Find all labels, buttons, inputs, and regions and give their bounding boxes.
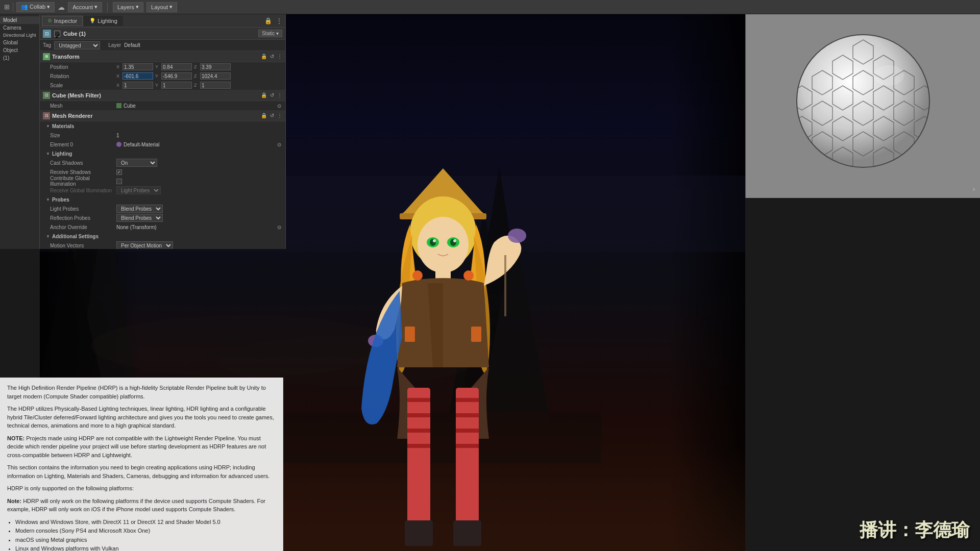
lock-icon[interactable]: 🔒 xyxy=(263,16,273,26)
layout-label: Layout xyxy=(151,4,168,10)
probes-section-header[interactable]: ▼ Probes xyxy=(40,195,285,204)
mesh-renderer-menu-icon[interactable]: ⋮ xyxy=(277,113,282,118)
layout-button[interactable]: Layout ▾ xyxy=(146,2,177,12)
lighting-section-header[interactable]: ▼ Lighting xyxy=(40,149,285,158)
receive-shadows-checkbox[interactable]: ✓ xyxy=(116,169,122,175)
light-probes-dropdown[interactable]: Blend Probes xyxy=(116,205,163,213)
note2-label: Note: xyxy=(7,498,23,504)
contribute-gi-row: Contribute Global Illumination xyxy=(40,177,285,186)
note-label: NOTE: xyxy=(7,435,26,441)
list-item-1: Modern consoles (Sony PS4 and Microsoft … xyxy=(15,527,276,536)
position-label: Position xyxy=(50,64,116,70)
collab-label: Collab ▾ xyxy=(30,4,50,10)
sy-label: Y xyxy=(155,83,160,88)
position-xyz: X Y Z xyxy=(116,63,281,70)
position-z-input[interactable] xyxy=(200,63,231,70)
lighting-section-label: Lighting xyxy=(52,151,72,157)
mesh-filter-refresh-icon[interactable]: ↺ xyxy=(270,92,274,98)
mesh-type-icon xyxy=(116,103,121,108)
kebab-menu-icon[interactable]: ⋮ xyxy=(275,16,283,26)
mesh-filter-actions: 🔒 ↺ ⋮ xyxy=(261,92,282,98)
scale-x-input[interactable] xyxy=(122,82,153,89)
additional-settings-header[interactable]: ▼ Additional Settings xyxy=(40,232,285,241)
svg-point-20 xyxy=(453,239,456,242)
contribute-gi-checkbox[interactable] xyxy=(116,179,122,184)
sidebar-label-1: (1) xyxy=(3,55,9,61)
object-enabled-checkbox[interactable]: ✓ xyxy=(54,31,60,37)
static-button[interactable]: Static ▾ xyxy=(258,30,282,37)
svg-rect-34 xyxy=(456,429,479,433)
scale-y-input[interactable] xyxy=(161,82,192,89)
transform-lock-icon[interactable]: 🔒 xyxy=(261,54,267,59)
cast-shadows-label: Cast Shadows xyxy=(50,160,116,166)
materials-section-header[interactable]: ▼ Materials xyxy=(40,121,285,131)
hdrp-section-info: This section contains the information yo… xyxy=(7,463,276,480)
x-label: X xyxy=(116,64,121,69)
sidebar-item-directional-light[interactable]: Directional Light xyxy=(0,32,39,39)
hdrp-intro: The High Definition Render Pipeline (HDR… xyxy=(7,384,276,400)
hdrp-compute-note: Note: HDRP will only work on the followi… xyxy=(7,497,276,514)
position-y-input[interactable] xyxy=(161,63,192,70)
sidebar-item-global[interactable]: Global xyxy=(0,39,39,46)
rotation-x-input[interactable] xyxy=(122,72,153,80)
receive-gi-dropdown[interactable]: Light Probes xyxy=(116,186,161,194)
tag-dropdown[interactable]: Untagged xyxy=(54,41,100,49)
material-dot-icon xyxy=(116,142,121,147)
mesh-renderer-refresh-icon[interactable]: ↺ xyxy=(270,113,274,118)
layer-value: Default xyxy=(124,42,140,48)
cast-shadows-dropdown[interactable]: On xyxy=(116,159,157,167)
object-icon: ⊡ xyxy=(43,30,51,38)
layers-button[interactable]: Layers ▾ xyxy=(113,2,143,12)
transform-component-header[interactable]: ⊞ Transform 🔒 ↺ ⋮ xyxy=(40,51,285,62)
reflection-probes-dropdown[interactable]: Blend Probes xyxy=(116,214,163,222)
rx-label: X xyxy=(116,73,121,79)
motion-vectors-row: Motion Vectors Per Object Motion xyxy=(40,241,285,249)
rotation-z-input[interactable] xyxy=(200,72,231,80)
material-field: Default-Material ⊙ xyxy=(116,142,281,147)
separator-1 xyxy=(107,2,108,12)
mesh-renderer-header[interactable]: ⊡ Mesh Renderer 🔒 ↺ ⋮ xyxy=(40,110,285,121)
material-picker-icon[interactable]: ⊙ xyxy=(277,142,281,147)
text-panel[interactable]: The High Definition Render Pipeline (HDR… xyxy=(0,378,283,551)
scale-y-field: Y xyxy=(155,82,192,89)
mesh-filter-header[interactable]: ⊡ Cube (Mesh Filter) 🔒 ↺ ⋮ xyxy=(40,90,285,101)
collab-button[interactable]: 👥 Collab ▾ xyxy=(16,2,55,12)
mesh-renderer-lock-icon[interactable]: 🔒 xyxy=(261,113,267,118)
sidebar-label-global: Global xyxy=(3,40,18,45)
ry-label: Y xyxy=(155,73,160,79)
sidebar-item-camera[interactable]: Camera xyxy=(0,24,39,32)
position-x-input[interactable] xyxy=(122,63,153,70)
rotation-label: Rotation xyxy=(50,73,116,79)
rotation-y-input[interactable] xyxy=(161,72,192,80)
transform-refresh-icon[interactable]: ↺ xyxy=(270,54,274,59)
mesh-filter-lock-icon[interactable]: 🔒 xyxy=(261,92,267,98)
svg-rect-31 xyxy=(407,444,430,448)
mesh-filter-menu-icon[interactable]: ⋮ xyxy=(277,92,282,98)
sidebar-item-model[interactable]: Model xyxy=(0,16,39,24)
scale-z-input[interactable] xyxy=(200,82,231,89)
tab-lighting[interactable]: 💡 Lighting xyxy=(84,16,123,26)
materials-arrow-icon: ▼ xyxy=(46,124,50,129)
inspector-panel: ⚙ Inspector 💡 Lighting 🔒 ⋮ ⊡ ✓ Cube (1) … xyxy=(40,14,286,249)
reflection-probes-row: Reflection Probes Blend Probes xyxy=(40,213,285,222)
probes-arrow-icon: ▼ xyxy=(46,197,50,202)
inspector-content[interactable]: ⊞ Transform 🔒 ↺ ⋮ Position X Y xyxy=(40,51,285,249)
account-button[interactable]: Account ▾ xyxy=(68,2,102,12)
account-label: Account xyxy=(72,4,93,10)
tab-inspector[interactable]: ⚙ Inspector xyxy=(42,16,83,26)
motion-vectors-dropdown[interactable]: Per Object Motion xyxy=(116,241,173,249)
mesh-picker-icon[interactable]: ⊙ xyxy=(277,103,281,109)
element0-value: Default-Material xyxy=(124,142,160,147)
anchor-picker-icon[interactable]: ⊙ xyxy=(277,224,281,230)
transform-menu-icon[interactable]: ⋮ xyxy=(277,54,282,59)
mesh-renderer-actions: 🔒 ↺ ⋮ xyxy=(261,113,282,118)
contribute-gi-label: Contribute Global Illumination xyxy=(50,176,116,187)
note2-text: HDRP will only work on the following pla… xyxy=(7,498,265,513)
size-row: Size 1 xyxy=(40,131,285,140)
sidebar-item-1[interactable]: (1) xyxy=(0,54,39,62)
sidebar-item-object[interactable]: Object xyxy=(0,46,39,54)
mesh-renderer-icon: ⊡ xyxy=(43,112,50,119)
watermark: 播讲：李德瑜 xyxy=(860,518,970,543)
sz-label: Z xyxy=(194,83,199,88)
hdrp-desc-text: The HDRP utilizes Physically-Based Light… xyxy=(7,406,274,429)
